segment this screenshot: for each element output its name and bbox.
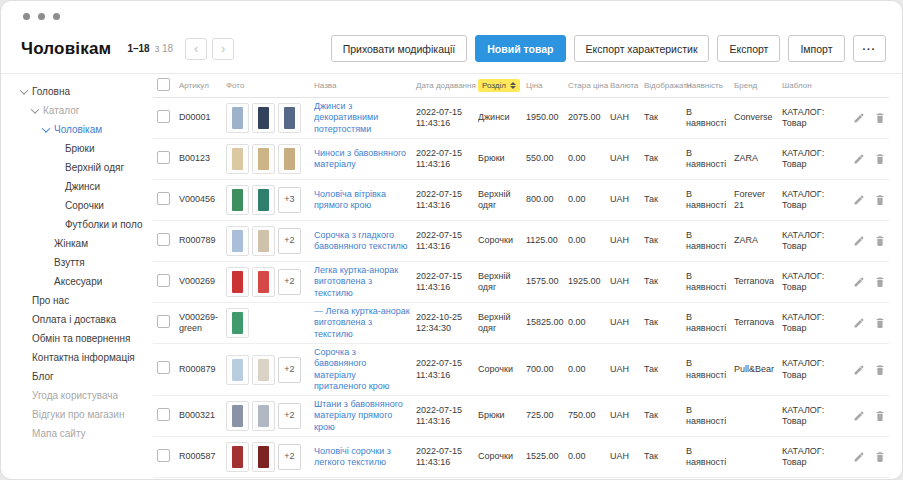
edit-icon[interactable] [853,451,865,463]
column-header-category[interactable]: Розділ [478,79,526,92]
edit-icon[interactable] [853,410,865,422]
more-photos-badge[interactable]: +2 [278,269,301,295]
sort-arrows-icon[interactable] [510,82,516,89]
sidebar-item-bloh[interactable]: Блог [21,367,149,386]
product-name-link[interactable]: Штани з бавовняного матеріалу прямого кр… [314,399,410,433]
sidebar-item-uhoda-korystuvacha[interactable]: Угода користувача [21,386,149,405]
product-photo[interactable] [226,226,249,256]
sidebar-item-kontaktna-informatsiia[interactable]: Контактна інформація [21,348,149,367]
product-name-link[interactable]: Чиноси з бавовняного матеріалу [314,148,410,171]
delete-icon[interactable] [874,153,886,165]
sidebar-item-mapa-saitu[interactable]: Мапа сайту [21,424,149,443]
column-header-brand[interactable]: Бренд [734,81,782,90]
row-checkbox[interactable] [157,233,170,246]
column-header-visible[interactable]: Відображати [644,81,686,90]
edit-icon[interactable] [853,317,865,329]
sidebar-item-holovna[interactable]: Головна [21,82,149,101]
column-header-date[interactable]: Дата додавання [416,81,478,90]
more-button[interactable]: ··· [853,35,887,62]
new-product-button[interactable]: Новий товар [475,35,565,62]
edit-icon[interactable] [853,194,865,206]
row-checkbox[interactable] [157,151,170,164]
edit-icon[interactable] [853,153,865,165]
column-header-sku[interactable]: Артикул [179,81,226,90]
product-photo[interactable] [226,442,249,472]
window-maximize-icon[interactable] [53,13,60,20]
sidebar-item-verkhnii-odiah[interactable]: Верхній одяг [21,158,149,177]
product-photo[interactable] [278,144,301,174]
product-name-link[interactable]: Сорочка з бавовняного матеріалу притален… [314,347,410,392]
product-photo[interactable] [226,308,249,338]
product-photo[interactable] [252,226,275,256]
delete-icon[interactable] [874,194,886,206]
row-checkbox[interactable] [157,274,170,287]
product-photo[interactable] [252,442,275,472]
delete-icon[interactable] [874,112,886,124]
window-close-icon[interactable] [23,13,30,20]
product-name-link[interactable]: Легка куртка-анорак виготовлена з тексти… [314,265,410,299]
delete-icon[interactable] [874,451,886,463]
product-photo[interactable] [226,185,249,215]
row-checkbox[interactable] [157,315,170,328]
product-photo[interactable] [252,144,275,174]
sidebar-item-pro-nas[interactable]: Про нас [21,291,149,310]
delete-icon[interactable] [874,317,886,329]
product-name-link[interactable]: Чоловічі сорочки з легкого текстилю [314,446,410,469]
product-photo[interactable] [226,355,249,385]
delete-icon[interactable] [874,410,886,422]
pagination-next-button[interactable]: › [212,38,234,60]
delete-icon[interactable] [874,235,886,247]
sidebar-item-vzuttia[interactable]: Взуття [21,253,149,272]
edit-icon[interactable] [853,276,865,288]
sidebar-item-zhinkam[interactable]: Жінкам [21,234,149,253]
column-header-name[interactable]: Назва [314,81,416,90]
product-photo[interactable] [226,267,249,297]
row-checkbox[interactable] [157,110,170,123]
row-checkbox[interactable] [157,408,170,421]
row-checkbox[interactable] [157,449,170,462]
sidebar-item-briuky[interactable]: Брюки [21,139,149,158]
sidebar-item-cholovikam[interactable]: Чоловікам [21,120,149,139]
column-header-old_price[interactable]: Стара ціна [568,81,610,90]
column-header-template[interactable]: Шаблон [782,81,838,90]
pagination-prev-button[interactable]: ‹ [185,38,207,60]
edit-icon[interactable] [853,364,865,376]
more-photos-badge[interactable]: +2 [278,228,301,254]
column-header-availability[interactable]: Наявність [686,81,734,90]
delete-icon[interactable] [874,276,886,288]
sidebar-item-oplata-i-dostavka[interactable]: Оплата і доставка [21,310,149,329]
more-photos-badge[interactable]: +2 [278,403,301,429]
product-photo[interactable] [252,401,275,431]
product-name-link[interactable]: Сорочка з гладкого бавовняного текстилю [314,230,410,253]
hide-modifications-button[interactable]: Приховати модифікації [331,35,468,62]
more-photos-badge[interactable]: +2 [278,444,301,470]
sidebar-item-aksesuary[interactable]: Аксесуари [21,272,149,291]
import-button[interactable]: Імпорт [788,35,844,62]
column-header-currency[interactable]: Валюта [610,81,644,90]
row-checkbox[interactable] [157,192,170,205]
export-characteristics-button[interactable]: Експорт характеристик [574,35,710,62]
edit-icon[interactable] [853,235,865,247]
product-photo[interactable] [226,144,249,174]
product-name-link[interactable]: — Легка куртка-анорак виготовлена з текс… [314,306,410,340]
select-all-checkbox[interactable] [157,78,170,91]
sidebar-item-sorochky[interactable]: Сорочки [21,196,149,215]
column-header-price[interactable]: Ціна [526,81,568,90]
more-photos-badge[interactable]: +2 [278,357,301,383]
product-photo[interactable] [278,103,301,133]
export-button[interactable]: Експорт [717,35,780,62]
delete-icon[interactable] [874,364,886,376]
product-photo[interactable] [226,103,249,133]
row-checkbox[interactable] [157,361,170,374]
sidebar-item-kataloh[interactable]: Каталог [21,101,149,120]
edit-icon[interactable] [853,112,865,124]
window-minimize-icon[interactable] [38,13,45,20]
product-name-link[interactable]: Чоловіча вітрівка прямого крою [314,189,410,212]
highlighted-sort-column[interactable]: Розділ [478,79,520,92]
sidebar-item-dzhynsy[interactable]: Джинси [21,177,149,196]
more-photos-badge[interactable]: +3 [278,187,301,213]
product-photo[interactable] [252,267,275,297]
product-photo[interactable] [226,401,249,431]
product-photo[interactable] [252,355,275,385]
column-header-photo[interactable]: Фото [226,81,314,90]
